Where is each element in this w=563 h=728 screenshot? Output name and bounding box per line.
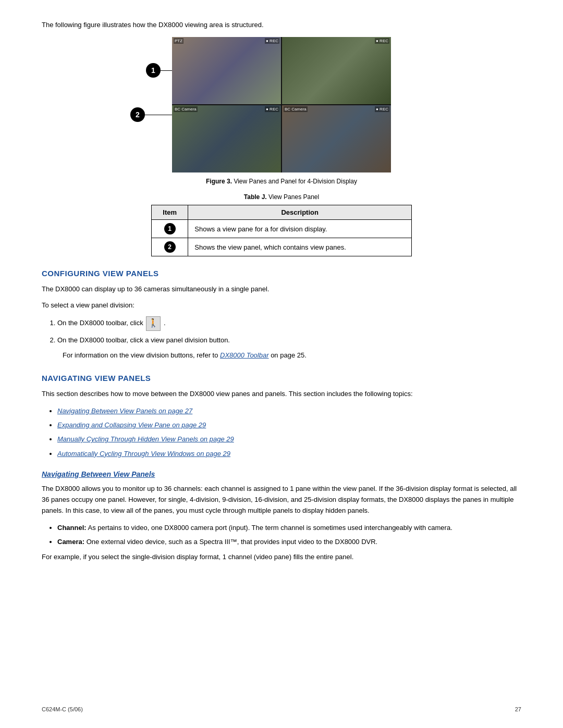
cam-label-3: BC Camera [174,106,198,112]
figure-caption: Figure 3. View Panes and Panel for 4-Div… [206,178,357,185]
nav-between-link[interactable]: Navigating Between View Panels [42,470,155,478]
table-header-row: Item Description [152,205,412,220]
topic-1: Navigating Between View Panels on page 2… [57,405,521,417]
camera-grid: PTZ ● REC ● REC BC Camera ● REC BC Camer… [172,37,391,172]
cam-cell-1: PTZ ● REC [172,37,281,104]
step-1-text: On the DX8000 toolbar, click [57,319,143,327]
figure-image-wrapper: 1 2 PTZ ● REC ● REC BC Camera ● REC [172,37,391,172]
dx8000-toolbar-link[interactable]: DX8000 Toolbar [220,351,268,359]
table-title-text: View Panes Panel [267,193,320,201]
col-item: Item [152,205,188,220]
configuring-intro: The DX8000 can display up to 36 cameras … [42,284,521,295]
page-footer: C624M-C (5/06) 27 [42,706,521,712]
footer-left: C624M-C (5/06) [42,706,83,712]
col-description: Description [188,205,412,220]
step-2: On the DX8000 toolbar, click a view pane… [57,334,521,346]
table-row: 1 Shows a view pane for a for division d… [152,220,412,238]
row1-description: Shows a view pane for a for division dis… [188,220,412,238]
view-panes-table: Item Description 1 Shows a view pane for… [151,205,412,256]
cam-cell-4: BC Camera ● REC [282,105,391,172]
channel-term: Channel: [57,524,87,532]
configuring-to-select: To select a view panel division: [42,300,521,311]
cam-rec-2: ● REC [375,38,389,44]
cam-rec-3: ● REC [265,106,279,112]
step-1: On the DX8000 toolbar, click 🚶 . [57,316,521,331]
row2-badge: 2 [164,241,176,253]
nav-body-2: For example, if you select the single-di… [42,552,521,563]
topic-4: Automatically Cycling Through View Windo… [57,448,521,460]
topic-4-link[interactable]: Automatically Cycling Through View Windo… [57,450,230,458]
definition-camera: Camera: One external video device, such … [57,536,521,548]
channel-definition: As pertains to video, one DX8000 camera … [87,524,452,532]
table-section: Table J. View Panes Panel Item Descripti… [42,193,521,256]
figure-container: 1 2 PTZ ● REC ● REC BC Camera ● REC [42,37,521,185]
configuring-heading: Configuring View Panels [42,269,521,278]
note-prefix: For information on the view division but… [63,351,220,359]
note-suffix: on page 25. [269,351,307,359]
definitions-list: Channel: As pertains to video, one DX800… [57,522,521,548]
figure-caption-prefix: Figure 3. [206,178,232,185]
footer-right: 27 [515,706,521,712]
step-1-suffix: . [164,319,166,327]
navigating-intro: This section describes how to move betwe… [42,389,521,400]
table-title-prefix: Table J. [244,193,267,201]
configuring-steps: On the DX8000 toolbar, click 🚶 . On the … [57,316,521,346]
callout-badge-1: 1 [146,63,161,78]
cam-label-4: BC Camera [284,106,308,112]
navigating-heading: Navigating View Panels [42,374,521,382]
topic-2: Expanding and Collapsing View Pane on pa… [57,419,521,431]
topic-1-link[interactable]: Navigating Between View Panels on page 2… [57,407,192,415]
cam-rec-1: ● REC [265,38,279,44]
table-title: Table J. View Panes Panel [42,193,521,201]
callout-badge-2: 2 [130,107,145,122]
nav-between-subheading[interactable]: Navigating Between View Panels [42,470,521,478]
figure-image: PTZ ● REC ● REC BC Camera ● REC BC Camer… [172,37,391,172]
row1-item: 1 [152,220,188,238]
row2-description: Shows the view panel, which contains vie… [188,238,412,256]
topic-3: Manually Cycling Through Hidden View Pan… [57,433,521,445]
topic-3-link[interactable]: Manually Cycling Through Hidden View Pan… [57,435,234,443]
topic-2-link[interactable]: Expanding and Collapsing View Pane on pa… [57,421,206,429]
toolbar-icon: 🚶 [146,316,161,331]
cam-cell-3: BC Camera ● REC [172,105,281,172]
table-row: 2 Shows the view panel, which contains v… [152,238,412,256]
cam-label-1: PTZ [174,38,183,44]
nav-body-1: The DX8000 allows you to monitor up to 3… [42,484,521,516]
camera-term: Camera: [57,538,84,546]
row2-item: 2 [152,238,188,256]
intro-paragraph: The following figure illustrates how the… [42,21,521,29]
navigating-topics-list: Navigating Between View Panels on page 2… [57,405,521,460]
definition-channel: Channel: As pertains to video, one DX800… [57,522,521,534]
figure-caption-text: View Panes and Panel for 4-Division Disp… [232,178,357,185]
row1-badge: 1 [164,223,176,235]
camera-definition: One external video device, such as a Spe… [84,538,377,546]
configuring-note: For information on the view division but… [63,350,521,361]
cam-rec-4: ● REC [375,106,389,112]
cam-cell-2: ● REC [282,37,391,104]
